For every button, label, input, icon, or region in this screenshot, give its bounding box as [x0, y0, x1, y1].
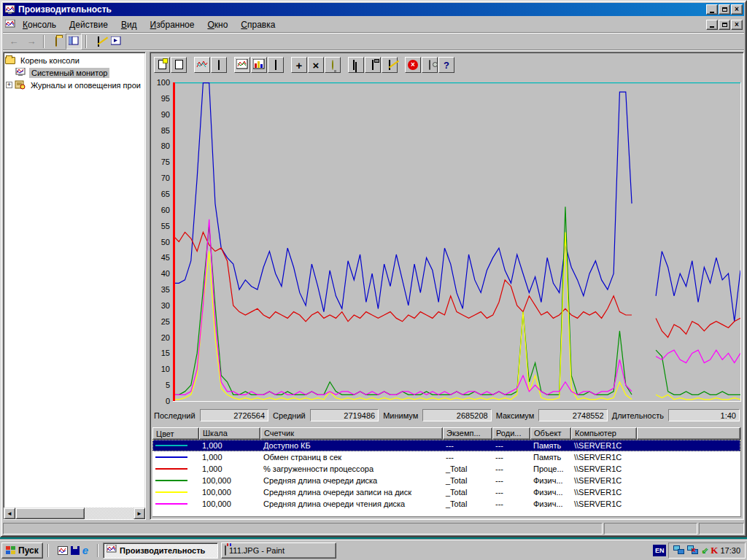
- add-counter-button[interactable]: +: [291, 57, 307, 73]
- series-line-4: [173, 232, 632, 399]
- child-system-menu-icon[interactable]: [4, 19, 16, 31]
- view-histogram-button[interactable]: [251, 57, 267, 73]
- legend-cell: ---: [492, 453, 530, 462]
- clock[interactable]: 17:30: [720, 546, 740, 555]
- view-log-data-button[interactable]: [211, 57, 227, 73]
- menu-izbrannoe[interactable]: Избранное: [144, 18, 201, 32]
- y-tick-label: 85: [152, 126, 170, 135]
- legend-cell: 100,000: [199, 488, 260, 497]
- forward-button[interactable]: →: [23, 34, 39, 50]
- tree-item-root-label: Корень консоли: [18, 55, 82, 66]
- task-paint[interactable]: 111.JPG - Paint: [221, 542, 336, 559]
- save-icon[interactable]: [71, 546, 80, 555]
- legend-row[interactable]: 1,000Обмен страниц в сек------Память\\SE…: [152, 451, 740, 463]
- copy-properties-button[interactable]: [348, 57, 364, 73]
- help-button[interactable]: ?: [438, 57, 454, 73]
- child-restore-button[interactable]: [719, 20, 730, 30]
- properties-icon: [389, 61, 390, 69]
- scroll-right-button[interactable]: ►: [133, 508, 145, 519]
- quick-launch: e: [53, 545, 93, 556]
- antivirus-icon[interactable]: K: [711, 545, 718, 556]
- mmc-toolbar: ←→: [3, 33, 744, 50]
- menu-deystvie[interactable]: Действие: [63, 18, 115, 32]
- paste-counter-list-button[interactable]: [365, 57, 381, 73]
- scroll-left-button[interactable]: ◄: [4, 508, 15, 519]
- legend-cell: \\SERVER1C: [571, 476, 637, 485]
- task-performance[interactable]: Производительность: [103, 542, 218, 559]
- network-icon[interactable]: [673, 545, 685, 555]
- close-button[interactable]: ×: [731, 4, 743, 15]
- show-hide-panel-button[interactable]: [108, 34, 124, 50]
- legend-column-header-0[interactable]: Цвет: [152, 427, 199, 440]
- internet-explorer-icon[interactable]: e: [82, 545, 88, 556]
- restore-button[interactable]: [719, 4, 730, 15]
- legend-column-header-3[interactable]: Экземп...: [443, 427, 492, 440]
- tree-item-root[interactable]: Корень консоли: [5, 54, 145, 66]
- sysmon-pane: +××? 10095908580757065605550454035302520…: [150, 52, 744, 520]
- freeze-display-button[interactable]: ×: [405, 57, 421, 73]
- update-data-button[interactable]: [422, 57, 438, 73]
- new-counter-set-button[interactable]: [154, 57, 170, 73]
- legend-cell: \\SERVER1C: [571, 441, 637, 450]
- stat-value-3: 2748552: [538, 409, 607, 421]
- legend-column-header-2[interactable]: Счетчик: [260, 427, 443, 440]
- legend-row[interactable]: 100,000Средняя длина очереди диска_Total…: [152, 475, 740, 486]
- legend-row[interactable]: 100,000Средняя длина очереди чтения диск…: [152, 498, 740, 510]
- legend-row[interactable]: 100,000Средняя длина очереди записи на д…: [152, 486, 740, 498]
- delete-counter-button[interactable]: ×: [308, 57, 324, 73]
- child-minimize-button[interactable]: [706, 20, 718, 30]
- show-desktop-icon[interactable]: [58, 546, 68, 555]
- properties-button[interactable]: [382, 57, 398, 73]
- scroll-thumb[interactable]: [15, 508, 85, 519]
- legend-row[interactable]: 1,000% загруженности процессора_Total---…: [152, 463, 740, 475]
- scroll-track[interactable]: [85, 508, 133, 519]
- tree-horizontal-scrollbar[interactable]: ◄ ►: [4, 508, 145, 519]
- perfmon-icon: [4, 4, 16, 15]
- tree-item-logs-alerts[interactable]: +Журналы и оповещения прои: [5, 79, 145, 91]
- value-bar: Последний2726564Средний2719486Минимум268…: [152, 409, 741, 421]
- network-disconnected-icon[interactable]: ×: [687, 545, 699, 555]
- scheduler-icon[interactable]: ⇙: [701, 545, 708, 556]
- up-one-level-button[interactable]: [48, 34, 64, 50]
- legend-cell: ---: [492, 488, 530, 497]
- legend-cell: 100,000: [199, 499, 260, 508]
- stat-label-1: Средний: [273, 411, 306, 420]
- menu-okno[interactable]: Окно: [201, 18, 234, 32]
- show-hide-tree-button[interactable]: [66, 34, 82, 50]
- logs-icon: [15, 80, 26, 90]
- view-current-activity-button[interactable]: [194, 57, 210, 73]
- clear-display-button[interactable]: [171, 57, 187, 73]
- menu-spravka[interactable]: Справка: [234, 18, 282, 32]
- menu-vid[interactable]: Вид: [115, 18, 144, 32]
- legend-cell: Средняя длина очереди записи на диск: [260, 488, 443, 497]
- status-section-main: [3, 523, 603, 534]
- counter-color-cell: [152, 468, 199, 470]
- new-page-icon: [158, 60, 166, 71]
- tree-item-system-monitor[interactable]: Системный монитор: [5, 66, 145, 79]
- legend-column-header-5[interactable]: Объект: [530, 427, 571, 440]
- legend-column-header-4[interactable]: Роди...: [492, 427, 530, 440]
- legend-cell: \\SERVER1C: [571, 464, 637, 473]
- counter-color-swatch: [155, 503, 187, 505]
- legend-column-header-7[interactable]: [637, 427, 740, 440]
- expand-toggle[interactable]: +: [6, 82, 12, 88]
- child-close-button[interactable]: ×: [731, 20, 743, 30]
- legend-cell: ---: [492, 441, 530, 450]
- menu-konsol[interactable]: Консоль: [16, 18, 63, 32]
- database-icon: [218, 61, 220, 69]
- report-icon: [275, 61, 276, 69]
- legend-column-header-6[interactable]: Компьютер: [571, 427, 637, 440]
- view-graph-button[interactable]: [234, 57, 250, 73]
- legend-row[interactable]: 1,000Доступно КБ------Память\\SERVER1C: [152, 440, 740, 451]
- title-bar[interactable]: Производительность ×: [3, 3, 744, 16]
- legend-column-header-1[interactable]: Шкала: [199, 427, 260, 440]
- window-title: Производительность: [18, 4, 706, 15]
- start-button[interactable]: Пуск: [1, 542, 43, 559]
- back-button[interactable]: ←: [6, 34, 22, 50]
- export-list-button[interactable]: [90, 34, 107, 50]
- highlight-button[interactable]: [325, 57, 341, 73]
- language-indicator[interactable]: EN: [653, 545, 666, 556]
- legend-cell: _Total: [443, 476, 492, 485]
- minimize-button[interactable]: [706, 4, 718, 15]
- view-report-button[interactable]: [268, 57, 284, 73]
